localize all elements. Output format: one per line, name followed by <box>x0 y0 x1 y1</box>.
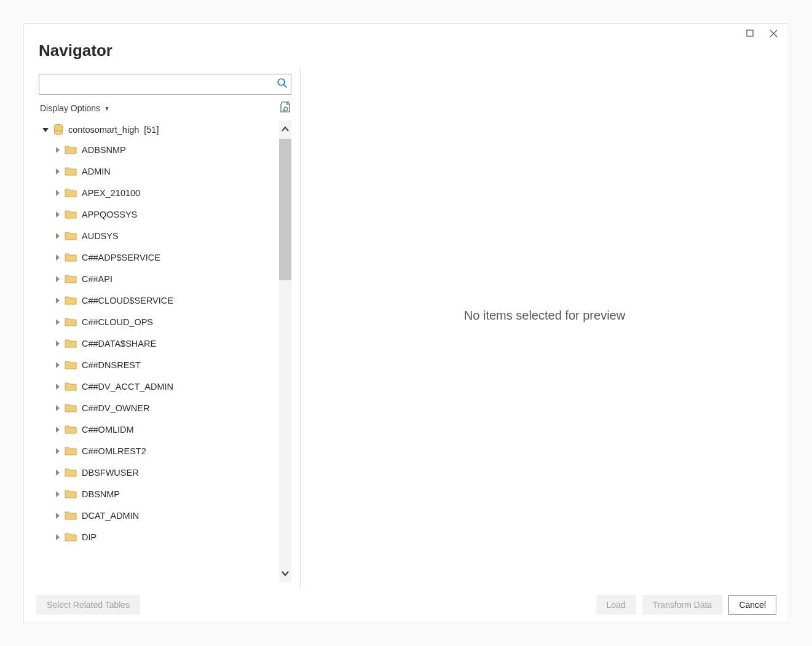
search-input[interactable] <box>39 74 291 95</box>
cancel-button[interactable]: Cancel <box>728 595 776 615</box>
tree-item[interactable]: ADMIN <box>39 160 279 182</box>
tree-item-label: C##DV_OWNER <box>82 403 149 413</box>
folder-icon <box>65 188 77 197</box>
tree-item[interactable]: C##OMLIDM <box>39 419 279 440</box>
folder-icon <box>65 296 77 305</box>
tree-item[interactable]: DBSFWUSER <box>39 462 279 483</box>
tree-item[interactable]: C##DNSREST <box>39 354 279 376</box>
scroll-up-button[interactable] <box>279 122 291 136</box>
close-button[interactable] <box>762 26 785 40</box>
tree-container: contosomart_high [51] ADBSNMPADMINAPEX_2… <box>39 120 291 582</box>
tree-item[interactable]: C##DATA$SHARE <box>39 333 279 354</box>
dialog-body: Display Options ▼ <box>24 69 789 587</box>
chevron-down-icon: ▼ <box>104 105 110 112</box>
titlebar <box>24 24 789 41</box>
tree-item-label: APEX_210100 <box>82 188 140 198</box>
load-button[interactable]: Load <box>596 595 636 615</box>
tree-item-label: C##DV_ACCT_ADMIN <box>82 382 173 392</box>
tree-item[interactable]: DCAT_ADMIN <box>39 505 279 526</box>
tree-item[interactable]: APPQOSSYS <box>39 203 279 225</box>
tree-item[interactable]: C##OMLREST2 <box>39 440 279 462</box>
chevron-right-icon <box>56 254 60 261</box>
tree-item-label: C##CLOUD_OPS <box>82 317 153 327</box>
preview-empty-message: No items selected for preview <box>464 309 625 323</box>
display-options-button[interactable]: Display Options ▼ <box>39 101 111 116</box>
chevron-right-icon <box>56 147 60 153</box>
folder-icon <box>65 468 77 477</box>
tree-item[interactable]: DIP <box>39 526 279 548</box>
chevron-right-icon <box>56 427 60 433</box>
chevron-right-icon <box>56 276 60 282</box>
dialog-title: Navigator <box>39 41 774 60</box>
scrollbar[interactable] <box>279 120 291 582</box>
folder-icon <box>65 231 77 240</box>
chevron-right-icon <box>56 233 60 239</box>
tree-item-label: DCAT_ADMIN <box>82 511 139 521</box>
tree-item-label: DBSNMP <box>82 489 120 499</box>
dialog-window: Navigator Display Options ▼ <box>23 23 789 623</box>
chevron-right-icon <box>56 211 60 218</box>
chevron-right-icon <box>56 319 60 325</box>
folder-icon <box>65 403 77 412</box>
folder-icon <box>65 167 77 176</box>
scrollbar-thumb[interactable] <box>279 139 291 280</box>
search-row <box>39 74 291 95</box>
chevron-right-icon <box>56 534 60 540</box>
tree-item-label: APPQOSSYS <box>82 210 137 219</box>
tree-item[interactable]: C##CLOUD$SERVICE <box>39 290 279 311</box>
folder-icon <box>65 360 77 369</box>
display-options-label: Display Options <box>40 103 100 113</box>
tree-item[interactable]: ADBSNMP <box>39 139 279 160</box>
tree-items: ADBSNMPADMINAPEX_210100APPQOSSYSAUDSYSC#… <box>39 139 279 548</box>
tree-root-count: [51] <box>144 125 159 135</box>
chevron-right-icon <box>56 491 60 497</box>
select-related-tables-button[interactable]: Select Related Tables <box>36 595 140 615</box>
tree-item-label: DIP <box>82 532 97 542</box>
tree-item[interactable]: C##CLOUD_OPS <box>39 311 279 333</box>
tree-viewport: contosomart_high [51] ADBSNMPADMINAPEX_2… <box>39 120 279 582</box>
tree-item-label: DBSFWUSER <box>82 468 139 478</box>
tree-item-label: ADMIN <box>82 167 111 176</box>
tree-item-label: AUDSYS <box>82 231 119 241</box>
refresh-icon[interactable] <box>279 101 291 116</box>
cancel-label: Cancel <box>739 600 766 610</box>
dialog-header: Navigator <box>24 41 789 69</box>
tree-root-node[interactable]: contosomart_high [51] <box>39 120 279 139</box>
folder-icon <box>65 210 77 219</box>
tree-item-label: C##OMLIDM <box>82 425 134 435</box>
dialog-footer: Select Related Tables Load Transform Dat… <box>24 587 789 623</box>
navigator-pane: Display Options ▼ <box>24 69 301 587</box>
folder-icon <box>65 511 77 520</box>
tree-item-label: C##DATA$SHARE <box>82 339 156 349</box>
load-label: Load <box>607 600 626 610</box>
tree-item-label: ADBSNMP <box>82 145 126 155</box>
maximize-button[interactable] <box>738 26 762 40</box>
tree-item[interactable]: DBSNMP <box>39 483 279 505</box>
tree-item-label: C##DNSREST <box>82 360 141 370</box>
folder-icon <box>65 253 77 262</box>
tree-item-label: C##CLOUD$SERVICE <box>82 296 173 305</box>
chevron-right-icon <box>56 405 60 411</box>
tree-item[interactable]: APEX_210100 <box>39 182 279 203</box>
folder-icon <box>65 317 77 326</box>
select-related-tables-label: Select Related Tables <box>47 600 130 610</box>
folder-icon <box>65 274 77 283</box>
transform-data-button[interactable]: Transform Data <box>642 595 723 615</box>
search-icon[interactable] <box>277 77 288 91</box>
tree-item[interactable]: C##ADP$SERVICE <box>39 246 279 268</box>
chevron-right-icon <box>56 513 60 519</box>
tree-item[interactable]: AUDSYS <box>39 225 279 246</box>
tree-item-label: C##OMLREST2 <box>82 446 146 456</box>
preview-pane: No items selected for preview <box>301 69 789 587</box>
chevron-right-icon <box>56 297 60 304</box>
tree-item[interactable]: C##DV_ACCT_ADMIN <box>39 376 279 397</box>
folder-icon <box>65 382 77 391</box>
scroll-down-button[interactable] <box>279 566 291 581</box>
options-row: Display Options ▼ <box>39 101 291 116</box>
folder-icon <box>65 446 77 455</box>
chevron-down-icon <box>42 128 49 132</box>
tree-item[interactable]: C##API <box>39 268 279 290</box>
tree-item[interactable]: C##DV_OWNER <box>39 397 279 419</box>
tree-root-label: contosomart_high <box>68 125 139 135</box>
chevron-right-icon <box>56 448 60 454</box>
